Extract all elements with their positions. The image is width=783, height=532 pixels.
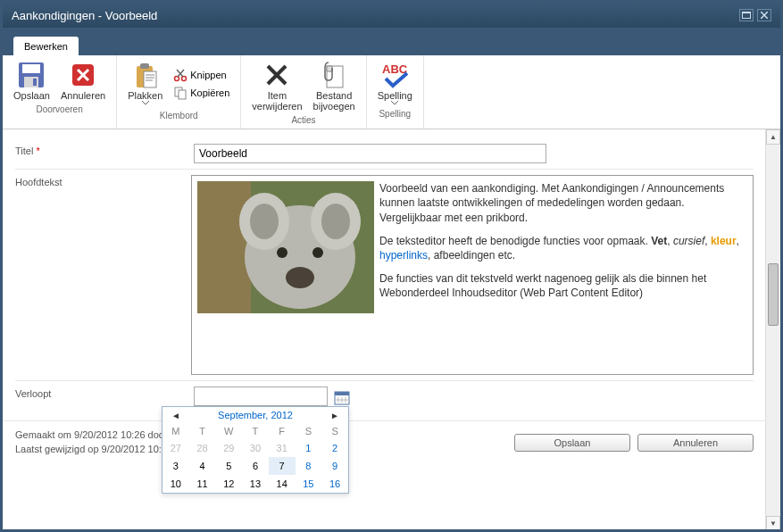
calendar-button[interactable] [333, 388, 351, 406]
group-label-doorvoeren: Doorvoeren [10, 103, 109, 116]
datepicker-day[interactable]: 1 [296, 439, 322, 457]
svg-point-33 [321, 204, 350, 239]
datepicker-dow: S [321, 423, 348, 439]
copy-button[interactable]: Kopiëren [170, 84, 233, 102]
save-label: Opslaan [13, 90, 50, 101]
svg-point-32 [250, 204, 279, 239]
svg-rect-22 [179, 90, 186, 99]
delete-icon [262, 61, 291, 89]
delete-item-button[interactable]: Item verwijderen [248, 59, 305, 113]
row-verloopt: Verloopt [15, 381, 754, 411]
datepicker-grid: MTWTFSS 27282930311234567891011121314151… [162, 423, 348, 493]
datepicker-day[interactable]: 27 [162, 439, 189, 457]
delete-label: Item verwijderen [252, 90, 302, 112]
scrollbar[interactable]: ▲ ▼ [765, 129, 780, 531]
cut-label: Knippen [190, 70, 226, 80]
datepicker-day[interactable]: 13 [242, 475, 269, 493]
datepicker-dow: F [269, 423, 296, 439]
attach-file-button[interactable]: Bestand bijvoegen [310, 59, 359, 113]
opslaan-button[interactable]: Opslaan [514, 434, 630, 452]
datepicker-day[interactable]: 2 [321, 439, 348, 457]
cancel-label: Annuleren [61, 90, 105, 101]
datepicker-day[interactable]: 8 [296, 457, 322, 475]
datepicker-dow: T [242, 423, 269, 439]
window-title: Aankondigingen - Voorbeeld [12, 9, 157, 22]
datepicker-day[interactable]: 29 [215, 439, 242, 457]
row-titel: Titel * [15, 138, 754, 170]
datepicker-day[interactable]: 4 [189, 457, 216, 475]
attach-icon [320, 61, 348, 89]
svg-rect-12 [140, 63, 149, 69]
svg-line-20 [177, 70, 183, 77]
datepicker-day[interactable]: 14 [269, 475, 296, 493]
group-label-acties: Acties [248, 113, 358, 127]
datepicker-day[interactable]: 16 [321, 475, 348, 493]
content-image [197, 181, 374, 313]
datepicker-dow: T [189, 423, 216, 439]
scroll-down-button[interactable]: ▼ [766, 516, 780, 531]
svg-rect-38 [335, 392, 349, 395]
spelling-label: Spelling [378, 90, 412, 101]
label-hoofdtekst: Hoofdtekst [15, 175, 191, 187]
verloopt-input[interactable] [194, 387, 328, 406]
spelling-button[interactable]: ABC Spelling [374, 59, 416, 107]
rich-text-editor[interactable]: Voorbeeld van een aankondiging. Met Aank… [191, 175, 754, 375]
label-titel: Titel * [15, 144, 194, 156]
datepicker-day[interactable]: 28 [189, 439, 216, 457]
calendar-icon [333, 388, 351, 406]
datepicker-day[interactable]: 31 [269, 439, 296, 457]
ribbon: Opslaan Annuleren Doorvoeren Plakken [3, 55, 780, 129]
ribbon-group-doorvoeren: Opslaan Annuleren Doorvoeren [3, 55, 117, 129]
datepicker-prev[interactable]: ◄ [168, 411, 184, 420]
svg-point-36 [286, 267, 314, 288]
footer-row: Gemaakt om 9/20/2012 10:26 dooLaatst gew… [3, 420, 780, 463]
datepicker-day[interactable]: 15 [296, 475, 322, 493]
ribbon-group-klembord: Plakken Knippen Kopiëren Klembord [117, 55, 241, 129]
datepicker-day[interactable]: 7 [269, 457, 296, 475]
datepicker-day[interactable]: 3 [162, 457, 189, 475]
spelling-icon: ABC [380, 61, 409, 89]
cut-button[interactable]: Knippen [170, 66, 229, 84]
meta-text: Gemaakt om 9/20/2012 10:26 dooLaatst gew… [15, 428, 164, 456]
ribbon-group-acties: Item verwijderen Bestand bijvoegen Actie… [241, 55, 366, 129]
chevron-down-icon [142, 101, 149, 105]
datepicker-day[interactable]: 5 [215, 457, 242, 475]
chevron-down-icon [391, 101, 398, 105]
cancel-icon [69, 61, 97, 89]
close-button[interactable] [757, 9, 771, 21]
save-icon [17, 61, 46, 89]
scroll-up-button[interactable]: ▲ [766, 129, 780, 145]
svg-rect-28 [197, 181, 251, 313]
maximize-button[interactable] [739, 9, 754, 21]
svg-rect-5 [22, 64, 40, 73]
datepicker-day[interactable]: 11 [189, 475, 216, 493]
cancel-button[interactable]: Annuleren [57, 59, 109, 103]
datepicker-next[interactable]: ► [327, 411, 343, 420]
datepicker-title[interactable]: September, 2012 [218, 410, 293, 420]
paste-button[interactable]: Plakken [124, 59, 166, 107]
datepicker-day[interactable]: 9 [321, 457, 348, 475]
tab-bewerken[interactable]: Bewerken [13, 37, 79, 55]
titel-input[interactable] [194, 144, 546, 163]
scroll-thumb[interactable] [768, 263, 779, 326]
ribbon-group-spelling: ABC Spelling Spelling [367, 55, 424, 129]
svg-rect-13 [144, 71, 156, 87]
row-hoofdtekst: Hoofdtekst [15, 170, 754, 381]
datepicker-dow: M [162, 423, 189, 439]
datepicker-day[interactable]: 6 [242, 457, 269, 475]
svg-line-19 [178, 70, 184, 77]
datepicker-dow: S [296, 423, 322, 439]
datepicker-day[interactable]: 12 [215, 475, 242, 493]
ribbon-tabstrip: Bewerken [3, 28, 780, 55]
annuleren-button[interactable]: Annuleren [637, 434, 754, 452]
paste-label: Plakken [128, 90, 162, 101]
datepicker-day[interactable]: 30 [242, 439, 269, 457]
copy-icon [173, 86, 187, 100]
datepicker-popup: ◄ September, 2012 ► MTWTFSS 272829303112… [162, 406, 349, 494]
datepicker-day[interactable]: 10 [162, 475, 189, 493]
paste-icon [131, 61, 160, 89]
form: Titel * Hoofdtekst [3, 129, 780, 420]
copy-label: Kopiëren [190, 87, 229, 98]
save-button[interactable]: Opslaan [10, 59, 54, 103]
attach-label: Bestand bijvoegen [313, 90, 355, 112]
